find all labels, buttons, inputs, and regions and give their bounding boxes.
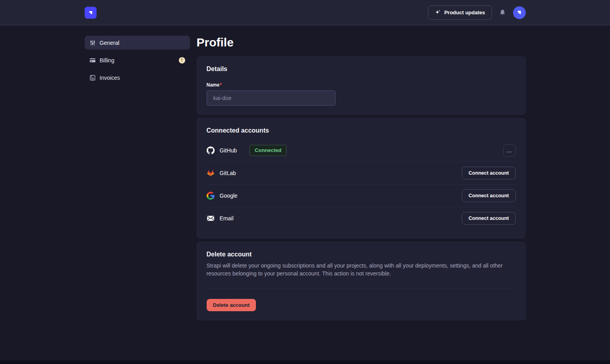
connect-google-button[interactable]: Connect account bbox=[462, 189, 515, 202]
connected-status-badge: Connected bbox=[250, 145, 287, 156]
account-row-email: Email Connect account bbox=[207, 207, 516, 229]
account-row-google: Google Connect account bbox=[207, 184, 516, 207]
account-provider-name: GitHub bbox=[220, 147, 237, 154]
sidebar-item-billing[interactable]: Billing ! bbox=[85, 53, 190, 67]
notifications-button[interactable] bbox=[498, 8, 507, 17]
name-field-group: Name* bbox=[207, 81, 516, 106]
sidebar-item-invoices[interactable]: $ Invoices bbox=[85, 71, 190, 85]
connected-accounts-heading: Connected accounts bbox=[207, 127, 516, 134]
invoice-icon: $ bbox=[89, 75, 96, 81]
name-label: Name* bbox=[207, 82, 222, 88]
gitlab-icon bbox=[207, 169, 215, 177]
settings-sidebar: General Billing ! $ Invoices bbox=[85, 36, 190, 339]
details-card: Details Name* bbox=[197, 56, 526, 115]
connect-gitlab-button[interactable]: Connect account bbox=[462, 167, 515, 179]
delete-account-heading: Delete account bbox=[207, 251, 516, 258]
sidebar-item-label: Billing bbox=[100, 57, 114, 64]
details-heading: Details bbox=[207, 65, 516, 73]
sidebar-item-label: Invoices bbox=[100, 75, 120, 81]
billing-warning-badge: ! bbox=[179, 57, 185, 64]
account-provider-name: Email bbox=[220, 215, 234, 221]
sparkle-icon bbox=[435, 10, 441, 15]
account-provider-name: GitLab bbox=[220, 170, 236, 176]
window-bottom-edge bbox=[0, 360, 610, 364]
account-row-gitlab: GitLab Connect account bbox=[207, 162, 516, 184]
profile-page: Profile Details Name* Connected accounts bbox=[197, 36, 526, 339]
strapi-logo-icon bbox=[87, 10, 94, 16]
connected-accounts-card: Connected accounts GitHub Connected ... bbox=[197, 118, 526, 239]
sidebar-item-label: General bbox=[100, 40, 120, 46]
accounts-list: GitHub Connected ... bbox=[207, 139, 516, 229]
credit-card-icon bbox=[89, 57, 96, 64]
divider bbox=[207, 288, 516, 289]
topbar: Product updates bbox=[0, 0, 610, 25]
sidebar-item-general[interactable]: General bbox=[85, 36, 190, 50]
bell-icon bbox=[499, 9, 506, 16]
required-asterisk: * bbox=[220, 82, 222, 88]
name-input[interactable] bbox=[207, 91, 335, 106]
avatar-strapi-icon bbox=[516, 9, 523, 16]
account-provider-name: Google bbox=[220, 193, 238, 199]
user-avatar[interactable] bbox=[513, 6, 526, 19]
page-title: Profile bbox=[197, 36, 526, 49]
strapi-logo[interactable] bbox=[85, 7, 97, 19]
product-updates-button[interactable]: Product updates bbox=[428, 6, 492, 20]
delete-account-button[interactable]: Delete account bbox=[207, 299, 256, 311]
delete-account-card: Delete account Strapi will delete your o… bbox=[197, 242, 526, 320]
connect-email-button[interactable]: Connect account bbox=[462, 212, 515, 225]
delete-account-description: Strapi will delete your ongoing subscrip… bbox=[207, 262, 516, 277]
email-icon bbox=[207, 214, 215, 222]
github-options-button[interactable]: ... bbox=[503, 144, 516, 157]
svg-text:$: $ bbox=[91, 75, 92, 77]
account-row-github: GitHub Connected ... bbox=[207, 139, 516, 162]
google-icon bbox=[207, 192, 215, 200]
sliders-icon bbox=[89, 40, 96, 46]
github-icon bbox=[207, 146, 215, 154]
ellipsis-icon: ... bbox=[506, 148, 512, 153]
product-updates-label: Product updates bbox=[444, 10, 485, 15]
